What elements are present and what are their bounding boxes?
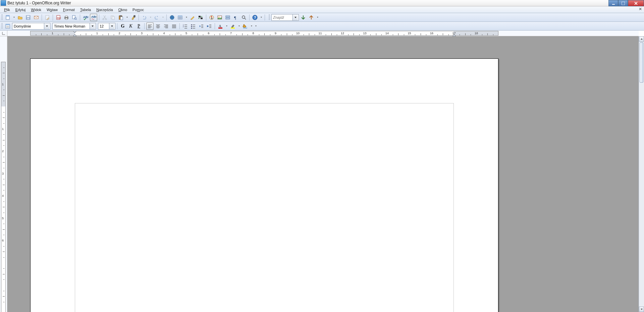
page[interactable] (30, 58, 498, 312)
font-size-combo[interactable] (98, 23, 115, 30)
font-size-input[interactable] (98, 23, 109, 29)
menu-tabela[interactable]: Tabela (77, 7, 94, 12)
table-dropdown[interactable] (184, 14, 188, 21)
toolbar-overflow-button[interactable] (316, 14, 320, 21)
redo-button[interactable] (153, 14, 160, 21)
paste-button[interactable] (117, 14, 124, 21)
email-button[interactable] (33, 14, 40, 21)
vertical-scrollbar[interactable] (639, 36, 644, 312)
align-right-button[interactable] (162, 23, 170, 30)
background-color-button[interactable] (241, 23, 249, 30)
menu-edytuj[interactable]: Edytuj (13, 7, 29, 12)
minimize-button[interactable] (608, 0, 618, 6)
bullets-button[interactable] (190, 23, 197, 30)
undo-dropdown[interactable] (149, 14, 152, 21)
font-color-button[interactable]: A (217, 23, 224, 30)
decrease-indent-button[interactable] (198, 23, 205, 30)
font-name-input[interactable] (53, 23, 90, 29)
hyperlink-button[interactable] (168, 14, 176, 21)
align-justify-button[interactable] (170, 23, 178, 30)
scroll-down-button[interactable] (639, 307, 644, 312)
underline-button[interactable]: P (135, 23, 143, 30)
font-color-dropdown[interactable] (225, 23, 228, 30)
styles-window-button[interactable] (4, 23, 11, 30)
separator (215, 23, 215, 29)
menu-format[interactable]: Format (60, 7, 77, 12)
document-viewport[interactable] (7, 36, 644, 312)
save-button[interactable] (24, 14, 32, 21)
align-left-button[interactable] (146, 23, 154, 30)
svg-rect-6 (27, 18, 29, 19)
export-pdf-button[interactable]: PDF (55, 14, 62, 21)
cut-button[interactable] (101, 14, 108, 21)
menu-okno[interactable]: Okno (116, 7, 130, 12)
menu-plik[interactable]: Plik (1, 7, 13, 12)
menu-wstaw[interactable]: Wstaw (44, 7, 60, 12)
italic-button[interactable]: K (127, 23, 135, 30)
auto-spellcheck-button[interactable]: ABC (90, 14, 97, 21)
font-name-combo[interactable] (52, 23, 96, 30)
svg-point-73 (191, 24, 192, 25)
bold-button[interactable]: G (119, 23, 126, 30)
find-prev-button[interactable] (308, 14, 315, 21)
svg-text:2: 2 (183, 26, 184, 28)
nonprinting-chars-button[interactable]: ¶ (232, 14, 239, 21)
numbering-button[interactable]: 12 (181, 23, 189, 30)
format-paintbrush-button[interactable] (129, 14, 137, 21)
redo-dropdown[interactable] (161, 14, 165, 21)
menu-pomoc[interactable]: Pomoc (130, 7, 147, 12)
new-dropdown[interactable] (12, 14, 16, 21)
svg-rect-13 (65, 18, 67, 19)
size-dropdown-arrow[interactable] (109, 23, 114, 29)
highlight-button[interactable] (229, 23, 236, 30)
table-button[interactable] (176, 14, 184, 21)
background-dropdown[interactable] (250, 23, 253, 30)
help-button[interactable]: ? (251, 14, 259, 21)
horizontal-ruler[interactable]: 1123456789101112131415161718 (7, 31, 639, 36)
vertical-ruler[interactable]: 1123456 (0, 36, 7, 312)
copy-button[interactable] (109, 14, 116, 21)
find-dropdown-arrow[interactable] (292, 14, 298, 20)
print-button[interactable] (63, 14, 70, 21)
show-draw-button[interactable] (189, 14, 196, 21)
find-input[interactable] (272, 14, 292, 20)
text-area[interactable] (75, 103, 454, 312)
help-dropdown[interactable] (259, 14, 263, 21)
align-center-button[interactable] (154, 23, 162, 30)
undo-button[interactable] (141, 14, 148, 21)
find-combo[interactable] (271, 14, 299, 21)
style-dropdown-arrow[interactable] (44, 23, 49, 29)
toolbar-grip[interactable] (269, 14, 270, 20)
scroll-up-button[interactable] (639, 36, 644, 42)
zoom-button[interactable] (240, 14, 248, 21)
data-sources-button[interactable] (224, 14, 231, 21)
toolbar-grip[interactable] (1, 23, 3, 29)
edit-file-button[interactable] (44, 14, 51, 21)
menu-narzedzia[interactable]: Narzędzia (94, 7, 116, 12)
document-close-icon[interactable]: ✕ (638, 7, 643, 12)
paragraph-style-combo[interactable] (12, 23, 50, 30)
navigator-button[interactable] (208, 14, 215, 21)
new-button[interactable] (4, 14, 11, 21)
toolbar-overflow-button[interactable] (254, 23, 258, 30)
print-preview-button[interactable] (71, 14, 78, 21)
menubar: Plik Edytuj Widok Wstaw Format Tabela Na… (0, 6, 644, 13)
find-next-button[interactable] (300, 14, 307, 21)
toolbar-grip[interactable] (1, 14, 3, 20)
separator (42, 14, 42, 20)
font-dropdown-arrow[interactable] (90, 23, 95, 29)
maximize-button[interactable] (618, 0, 628, 6)
gallery-button[interactable] (216, 14, 223, 21)
find-replace-button[interactable] (197, 14, 204, 21)
paste-dropdown[interactable] (125, 14, 129, 21)
highlight-dropdown[interactable] (237, 23, 241, 30)
open-button[interactable] (16, 14, 24, 21)
close-button[interactable] (628, 0, 644, 6)
increase-indent-button[interactable] (206, 23, 213, 30)
paragraph-style-input[interactable] (12, 23, 44, 29)
ruler-corner[interactable] (0, 31, 7, 36)
menu-widok[interactable]: Widok (28, 7, 44, 12)
svg-rect-33 (178, 16, 182, 16)
spellcheck-button[interactable]: ABC (82, 14, 89, 21)
scroll-thumb[interactable] (640, 42, 643, 83)
